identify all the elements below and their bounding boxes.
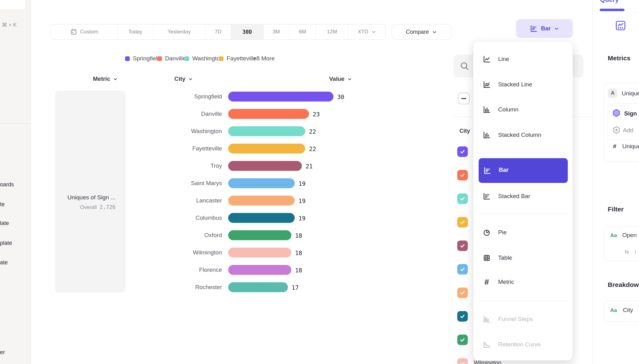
sidebar-search-input[interactable] bbox=[0, 0, 26, 10]
range-3m-button[interactable]: 3M bbox=[263, 24, 289, 39]
bar-troy[interactable] bbox=[228, 161, 302, 171]
bar-lancaster[interactable] bbox=[228, 196, 295, 206]
bar-chart-icon bbox=[483, 167, 491, 175]
bar-value: 18 bbox=[295, 232, 302, 240]
range-today-button[interactable]: Today bbox=[117, 24, 153, 39]
checkbox-wilmington[interactable] bbox=[457, 358, 468, 364]
menu-item-retention-curve-disabled: Retention Curve bbox=[473, 337, 573, 352]
bar-springfield[interactable] bbox=[228, 92, 333, 102]
checkbox-saint-marys[interactable] bbox=[457, 264, 468, 275]
legend-label: Springfield bbox=[133, 55, 161, 62]
formula-label: Uniques bbox=[622, 143, 639, 150]
menu-item-stacked-column[interactable]: Stacked Column bbox=[473, 128, 573, 142]
formula-hash-prefix: # bbox=[613, 143, 616, 150]
filter-card[interactable] bbox=[604, 226, 639, 261]
menu-item-stacked-bar[interactable]: Stacked Bar bbox=[473, 189, 573, 204]
bar-rochester[interactable] bbox=[228, 282, 288, 292]
tab-query[interactable]: Query bbox=[600, 0, 619, 3]
menu-item-column[interactable]: Column bbox=[473, 102, 573, 117]
legend-swatch bbox=[125, 56, 130, 61]
city-list-header[interactable]: City bbox=[459, 128, 470, 134]
sidebar-item-3[interactable]: plate bbox=[0, 240, 12, 246]
checkbox-oxford[interactable] bbox=[457, 335, 468, 345]
range-12m-button[interactable]: 12M bbox=[315, 24, 348, 39]
bar-danville[interactable] bbox=[228, 109, 309, 119]
checkbox-troy[interactable] bbox=[457, 240, 468, 251]
bar-washington[interactable] bbox=[228, 126, 305, 136]
sidebar-item-5[interactable]: er bbox=[0, 349, 5, 356]
menu-item-table[interactable]: Table bbox=[473, 250, 573, 265]
bar-row-label: Springfield bbox=[141, 92, 222, 101]
menu-item-line[interactable]: Line bbox=[473, 52, 573, 67]
range-30d-button-selected[interactable]: 30D bbox=[231, 24, 263, 39]
sidebar-item-boards[interactable]: oards bbox=[0, 181, 14, 188]
bar-chart-icon bbox=[530, 24, 538, 32]
checkbox-washington[interactable] bbox=[457, 193, 468, 204]
bar-oxford[interactable] bbox=[228, 230, 291, 240]
bar-row-label: Florence bbox=[141, 266, 222, 274]
event-sub-label[interactable]: Sign bbox=[624, 110, 637, 117]
checkbox-danville[interactable] bbox=[457, 170, 468, 180]
bar-saint-marys[interactable] bbox=[228, 178, 295, 188]
legend-item[interactable]: Danville bbox=[157, 55, 186, 62]
event-name: Uniques bbox=[622, 90, 639, 97]
sidebar-item-1[interactable]: te bbox=[0, 201, 5, 208]
legend-label: Danville bbox=[165, 55, 186, 62]
chart-type-label: Bar bbox=[541, 25, 551, 32]
metric-overall: Overall 2,726 bbox=[55, 204, 115, 210]
bar-columbus[interactable] bbox=[228, 213, 295, 223]
property-type-badge: Aa bbox=[610, 232, 617, 239]
range-xtd-button[interactable]: XTD bbox=[348, 24, 385, 39]
add-event-label[interactable]: Add bbox=[623, 127, 633, 134]
menu-item-stacked-line[interactable]: Stacked Line bbox=[473, 77, 573, 92]
menu-item-pie[interactable]: Pie bbox=[473, 225, 573, 240]
bar-row-label: Lancaster bbox=[141, 196, 222, 205]
sidebar-item-2[interactable]: late bbox=[0, 220, 9, 227]
bar-row-label: Washington bbox=[141, 127, 222, 136]
filter-value[interactable]: i bbox=[635, 249, 636, 255]
breakdown-card[interactable] bbox=[604, 301, 639, 322]
chevron-down-icon bbox=[347, 77, 352, 81]
bar-wilmington[interactable] bbox=[228, 248, 291, 258]
compare-button[interactable]: Compare bbox=[392, 24, 451, 40]
hexagon-icon bbox=[612, 108, 621, 118]
checkbox-columbus[interactable] bbox=[457, 311, 468, 322]
bar-row-label: Danville bbox=[141, 110, 222, 118]
bar-value: 22 bbox=[309, 128, 316, 136]
filter-property: Open bbox=[622, 232, 637, 239]
checkbox-fayetteville[interactable] bbox=[457, 217, 468, 228]
column-header-metric[interactable]: Metric bbox=[93, 76, 118, 82]
metric-card[interactable]: Uniques of Sign ... Overall 2,726 bbox=[55, 91, 125, 292]
tab-active-underline bbox=[600, 9, 624, 11]
add-hexagon-icon[interactable] bbox=[612, 126, 621, 134]
bar-row-label: Columbus bbox=[141, 214, 222, 222]
retention-icon bbox=[483, 340, 491, 349]
range-6m-button[interactable]: 6M bbox=[289, 24, 316, 39]
bar-value: 18 bbox=[295, 249, 302, 257]
menu-item-bar-selected[interactable]: Bar bbox=[479, 158, 568, 183]
select-all-checkbox-indeterminate[interactable] bbox=[458, 93, 470, 104]
bar-florence[interactable] bbox=[228, 265, 291, 275]
chart-type-button[interactable]: Bar bbox=[516, 19, 573, 38]
menu-item-metric[interactable]: # Metric bbox=[473, 275, 573, 289]
column-header-city[interactable]: City bbox=[174, 76, 193, 82]
filter-operator[interactable]: Is bbox=[625, 249, 629, 255]
legend-item[interactable]: Fayetteville bbox=[219, 55, 256, 62]
range-custom-button[interactable]: Custom bbox=[51, 24, 117, 39]
legend-item[interactable]: Washington bbox=[185, 55, 223, 62]
funnel-icon bbox=[483, 315, 491, 323]
legend-item[interactable]: Springfield bbox=[125, 55, 161, 62]
sidebar-item-4[interactable]: ate bbox=[0, 259, 8, 266]
column-header-value[interactable]: Value bbox=[329, 76, 352, 82]
checkbox-lancaster[interactable] bbox=[457, 288, 468, 298]
checkbox-springfield[interactable] bbox=[457, 146, 468, 157]
bar-value: 23 bbox=[313, 110, 320, 118]
legend-more-button[interactable]: +8 More bbox=[253, 55, 275, 62]
range-yesterday-button[interactable]: Yesterday bbox=[153, 24, 205, 39]
range-7d-button[interactable]: 7D bbox=[205, 24, 231, 39]
insights-chart-icon[interactable] bbox=[615, 20, 626, 31]
check-icon bbox=[459, 148, 466, 155]
bar-fayetteville[interactable] bbox=[228, 144, 305, 154]
filter-heading: Filter bbox=[608, 206, 624, 213]
bar-value: 19 bbox=[298, 180, 306, 188]
